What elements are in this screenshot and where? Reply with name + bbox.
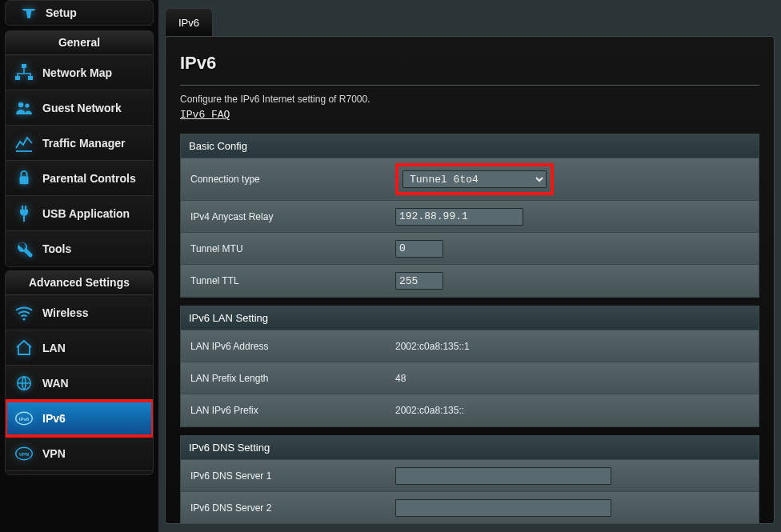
page-title: IPv6 [180,48,759,83]
sidebar-item-label: Tools [42,242,71,255]
traffic-manager-icon [14,133,34,154]
lan-ipv6-address-value: 2002:c0a8:135::1 [389,336,759,357]
ipv6-faq-link[interactable]: IPv6 FAQ [180,109,230,126]
sidebar-item-ipv6[interactable]: IPv6 IPv6 [6,401,153,436]
content-panel: IPv6 Configure the IPv6 Internet setting… [165,36,775,524]
sidebar-item-setup[interactable]: Setup [5,0,154,26]
section-header: IPv6 LAN Setting [181,306,759,330]
svg-rect-0 [22,64,26,68]
tab-ipv6[interactable]: IPv6 [165,8,213,36]
field-label: Connection type [181,174,389,185]
sidebar: Setup General Network Map Guest Network … [0,0,158,532]
svg-point-3 [18,102,23,106]
lan-ipv6-prefix-value: 2002:c0a8:135:: [389,400,759,421]
section-header: Basic Config [181,134,759,158]
sidebar-item-label: Traffic Manager [42,137,125,150]
anycast-relay-input[interactable] [395,208,523,226]
svg-rect-1 [15,76,20,80]
connection-type-select[interactable]: Tunnel 6to4 [403,170,547,188]
svg-point-6 [22,318,25,320]
sidebar-section-header: General [6,31,153,55]
sidebar-item-network-map[interactable]: Network Map [6,55,153,90]
guest-network-icon [14,98,34,118]
dns-server-1-input[interactable] [395,467,611,485]
sidebar-item-vpn[interactable]: VPN VPN [6,436,153,471]
row-connection-type: Connection type Tunnel 6to4 [181,158,759,201]
network-map-icon [14,62,34,83]
main-area: IPv6 IPv6 Configure the IPv6 Internet se… [158,0,781,532]
section-header: IPv6 DNS Setting [181,436,759,460]
sidebar-item-label: VPN [42,447,66,460]
sidebar-advanced-section: Advanced Settings Wireless LAN WAN IPv6 … [5,270,154,475]
field-label: IPv6 DNS Server 1 [181,470,389,482]
ipv6-dns-section: IPv6 DNS Setting IPv6 DNS Server 1 IPv6 … [180,435,759,524]
divider [180,85,759,86]
field-label: Tunnel MTU [181,243,389,254]
row-lan-prefix-length: LAN Prefix Length 48 [181,362,759,394]
sidebar-item-wan[interactable]: WAN [6,366,153,401]
field-label: IPv4 Anycast Relay [181,211,389,222]
svg-rect-5 [20,176,29,184]
svg-text:VPN: VPN [19,451,29,456]
page-intro: Configure the IPv6 Internet setting of R… [180,94,759,108]
svg-text:IPv6: IPv6 [19,416,30,421]
basic-config-section: Basic Config Connection type Tunnel 6to4… [180,134,759,298]
setup-icon [20,4,38,22]
sidebar-item-label: USB Application [42,207,130,220]
sidebar-item-lan[interactable]: LAN [6,330,153,366]
sidebar-item-label: IPv6 [42,412,66,425]
ipv6-icon: IPv6 [14,408,34,429]
svg-point-4 [25,103,29,107]
vpn-icon: VPN [14,443,34,464]
lan-icon [14,338,34,358]
field-label: LAN Prefix Length [181,373,389,384]
sidebar-item-label: Guest Network [42,102,122,114]
wan-icon [14,373,34,394]
sidebar-item-label: Network Map [42,66,112,79]
sidebar-section-header: Advanced Settings [6,271,153,295]
row-lan-ipv6-address: LAN IPv6 Address 2002:c0a8:135::1 [181,330,759,362]
field-label: IPv6 DNS Server 2 [181,502,389,514]
field-label: Tunnel TTL [181,275,389,286]
row-dns1: IPv6 DNS Server 1 [181,460,759,492]
sidebar-item-label: Parental Controls [42,172,136,185]
sidebar-item-tools[interactable]: Tools [6,231,153,266]
sidebar-item-guest-network[interactable]: Guest Network [6,90,153,126]
parental-controls-icon [14,168,34,189]
ipv6-lan-section: IPv6 LAN Setting LAN IPv6 Address 2002:c… [180,306,759,427]
row-tunnel-mtu: Tunnel MTU [181,233,759,265]
row-lan-ipv6-prefix: LAN IPv6 Prefix 2002:c0a8:135:: [181,394,759,426]
usb-application-icon [14,203,34,224]
row-anycast-relay: IPv4 Anycast Relay [181,201,759,233]
sidebar-item-label: Setup [46,6,77,19]
field-label: LAN IPv6 Prefix [181,405,389,416]
tunnel-ttl-input[interactable] [395,272,443,290]
sidebar-item-traffic-manager[interactable]: Traffic Manager [6,126,153,161]
sidebar-item-label: Wireless [42,306,88,319]
tabbar: IPv6 [158,0,781,36]
tunnel-mtu-input[interactable] [395,240,443,258]
sidebar-item-usb-application[interactable]: USB Application [6,196,153,231]
row-tunnel-ttl: Tunnel TTL [181,265,759,297]
lan-prefix-length-value: 48 [389,368,759,389]
svg-rect-2 [28,76,33,80]
sidebar-item-wireless[interactable]: Wireless [6,295,153,330]
wireless-icon [14,302,34,323]
sidebar-item-label: LAN [42,342,66,354]
row-dns2: IPv6 DNS Server 2 [181,492,759,524]
sidebar-general-section: General Network Map Guest Network Traffi… [5,30,154,267]
dns-server-2-input[interactable] [395,499,611,517]
sidebar-item-label: WAN [42,377,69,390]
connection-type-highlight: Tunnel 6to4 [395,163,554,195]
sidebar-item-parental-controls[interactable]: Parental Controls [6,161,153,196]
field-label: LAN IPv6 Address [181,341,389,352]
tools-icon [14,238,34,259]
